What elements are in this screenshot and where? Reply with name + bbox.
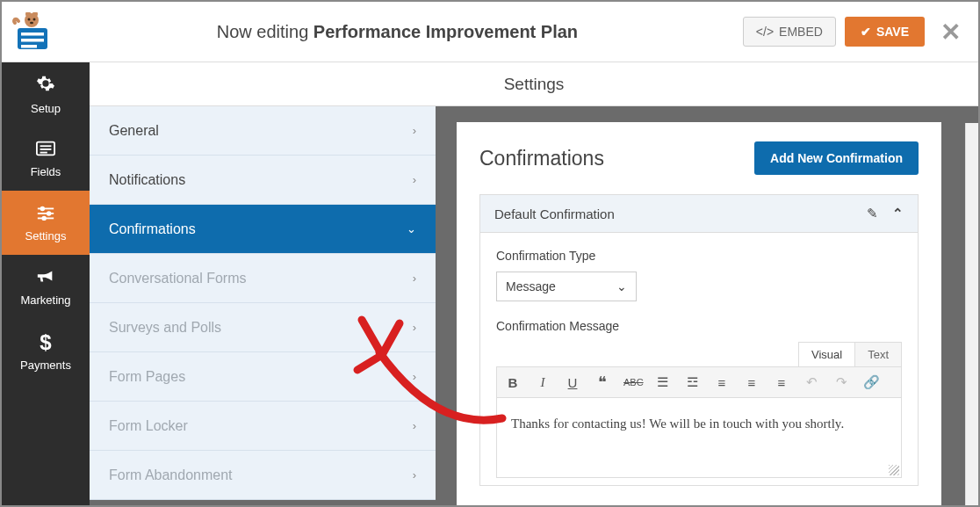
embed-button[interactable]: </> EMBED (743, 17, 836, 47)
undo-icon[interactable]: ↶ (803, 374, 820, 390)
settings-title: Settings (90, 62, 978, 106)
underline-icon[interactable]: U (564, 375, 581, 390)
settings-item-surveys[interactable]: Surveys and Polls › (90, 303, 436, 352)
bold-icon[interactable]: B (504, 375, 522, 390)
check-icon: ✔ (861, 25, 871, 39)
italic-icon[interactable]: I (534, 375, 551, 390)
gear-icon (36, 74, 55, 98)
add-confirmation-button[interactable]: Add New Confirmation (754, 141, 919, 175)
align-center-icon[interactable]: ≡ (743, 375, 760, 390)
chevron-right-icon: › (413, 272, 416, 285)
settings-item-conversational[interactable]: Conversational Forms › (90, 254, 436, 303)
align-right-icon[interactable]: ≡ (773, 375, 790, 390)
sidebar-item-label: Fields (31, 165, 61, 178)
editor-toolbar: B I U ❝ ABC ☰ ☲ ≡ ≡ (497, 367, 901, 398)
sidebar-item-label: Payments (20, 359, 71, 372)
settings-item-label: Notifications (109, 172, 185, 188)
link-icon[interactable]: 🔗 (862, 374, 880, 390)
sidebar-item-label: Settings (25, 229, 67, 243)
sidebar-item-settings[interactable]: Settings (2, 191, 90, 255)
svg-point-17 (47, 212, 51, 215)
select-value: Message (506, 279, 556, 293)
confirmation-card: Default Confirmation ✎ ⌃ Confirmation Ty… (479, 194, 919, 486)
chevron-right-icon: › (413, 124, 416, 137)
main-panel: Confirmations Add New Confirmation Defau… (436, 106, 978, 505)
settings-item-label: Form Locker (109, 418, 188, 434)
settings-item-abandonment[interactable]: Form Abandonment › (90, 451, 436, 500)
editing-prefix: Now editing (217, 22, 309, 41)
settings-item-label: Surveys and Polls (109, 320, 221, 336)
sliders-icon (36, 203, 55, 226)
bullhorn-icon (36, 267, 55, 290)
chevron-down-icon: ⌄ (407, 222, 416, 235)
svg-rect-8 (21, 39, 44, 42)
close-icon[interactable]: ✕ (940, 18, 961, 47)
svg-point-15 (41, 207, 45, 211)
redo-icon[interactable]: ↷ (832, 374, 850, 390)
wpforms-logo (12, 12, 52, 52)
page-title: Now editing Performance Improvement Plan (52, 22, 743, 42)
message-textarea[interactable]: Thanks for contacting us! We will be in … (497, 398, 901, 477)
settings-item-label: General (109, 123, 159, 139)
form-name: Performance Improvement Plan (313, 22, 578, 41)
confirmation-type-select[interactable]: Message ⌄ (496, 272, 637, 301)
code-icon: </> (756, 25, 774, 39)
settings-item-label: Confirmations (109, 221, 196, 237)
sidebar-item-marketing[interactable]: Marketing (2, 255, 90, 319)
quote-icon[interactable]: ❝ (594, 373, 611, 392)
sidebar-item-label: Setup (31, 102, 61, 115)
settings-item-label: Form Pages (109, 369, 185, 385)
collapse-icon[interactable]: ⌃ (892, 206, 904, 221)
card-title: Default Confirmation (494, 206, 615, 221)
app-header: Now editing Performance Improvement Plan… (2, 2, 978, 62)
svg-point-4 (33, 18, 36, 20)
settings-menu: General › Notifications › Confirmations … (90, 106, 436, 505)
settings-item-notifications[interactable]: Notifications › (90, 156, 436, 205)
chevron-right-icon: › (413, 419, 416, 432)
dollar-icon: $ (40, 330, 51, 355)
chevron-right-icon: › (413, 370, 416, 383)
svg-point-5 (30, 21, 33, 24)
chevron-right-icon: › (413, 321, 416, 334)
settings-item-general[interactable]: General › (90, 106, 436, 156)
sidebar-item-setup[interactable]: Setup (2, 62, 90, 127)
confirmation-message-label: Confirmation Message (496, 319, 902, 333)
resize-handle[interactable] (889, 465, 899, 475)
settings-item-label: Conversational Forms (109, 271, 247, 286)
settings-item-label: Form Abandonment (109, 467, 233, 483)
embed-label: EMBED (779, 25, 823, 39)
strikethrough-icon[interactable]: ABC (623, 377, 641, 387)
align-left-icon[interactable]: ≡ (713, 375, 731, 390)
svg-rect-9 (21, 45, 37, 48)
settings-item-confirmations[interactable]: Confirmations ⌄ (90, 205, 436, 254)
left-sidebar: Setup Fields Settings Marketing $ Paymen… (2, 62, 90, 505)
rich-text-editor: B I U ❝ ABC ☰ ☲ ≡ ≡ (496, 366, 902, 478)
pencil-icon[interactable]: ✎ (867, 206, 878, 221)
editor-tab-visual[interactable]: Visual (798, 342, 855, 366)
numbered-list-icon[interactable]: ☲ (683, 374, 701, 390)
save-label: SAVE (876, 25, 909, 39)
editor-tab-text[interactable]: Text (854, 342, 902, 366)
sidebar-item-payments[interactable]: $ Payments (2, 319, 90, 383)
list-icon (36, 139, 55, 162)
svg-point-3 (28, 18, 31, 20)
panel-title: Confirmations (479, 147, 604, 170)
svg-point-19 (42, 217, 46, 221)
settings-item-formlocker[interactable]: Form Locker › (90, 402, 436, 451)
scrollbar[interactable] (965, 123, 978, 505)
chevron-right-icon: › (413, 468, 416, 482)
sidebar-item-fields[interactable]: Fields (2, 127, 90, 191)
chevron-down-icon: ⌄ (616, 279, 627, 293)
save-button[interactable]: ✔ SAVE (845, 17, 925, 47)
settings-item-formpages[interactable]: Form Pages › (90, 352, 436, 402)
sidebar-item-label: Marketing (20, 293, 70, 307)
svg-rect-7 (21, 33, 44, 36)
confirmation-type-label: Confirmation Type (496, 249, 902, 263)
bullet-list-icon[interactable]: ☰ (653, 374, 671, 390)
chevron-right-icon: › (413, 173, 416, 186)
